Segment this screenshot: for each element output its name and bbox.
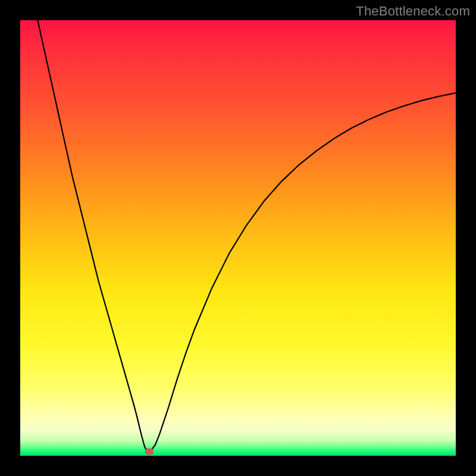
chart-frame: TheBottleneck.com	[0, 0, 476, 476]
minimum-marker	[145, 448, 154, 455]
curve-path	[37, 20, 456, 452]
bottleneck-curve	[20, 20, 456, 456]
plot-area	[20, 20, 456, 456]
attribution-text: TheBottleneck.com	[356, 4, 470, 19]
